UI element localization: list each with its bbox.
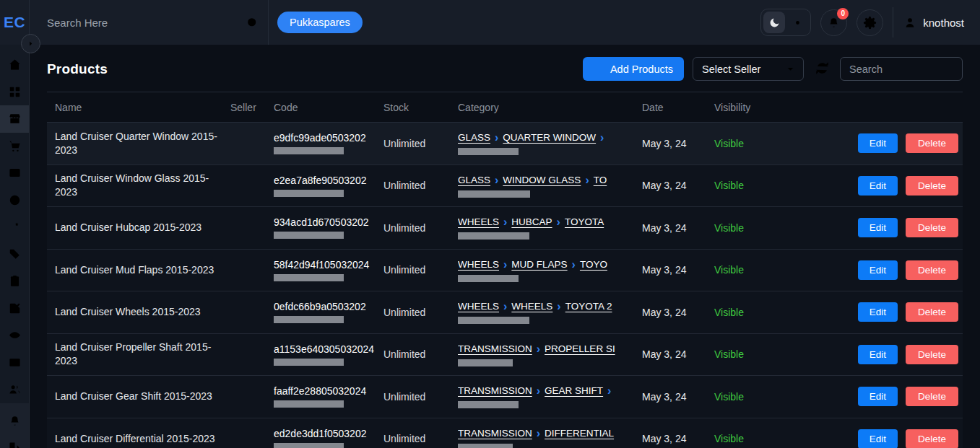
edit-button[interactable]: Edit xyxy=(858,429,898,448)
category-link[interactable]: DIFFERENTIAL xyxy=(545,428,614,439)
edit-button[interactable]: Edit xyxy=(858,133,898,153)
category-link[interactable]: TRANSMISSION xyxy=(458,343,532,354)
sidebar-item-store[interactable] xyxy=(0,105,29,133)
product-code: a1153e640305032024 xyxy=(274,343,383,355)
sidebar-item-wand[interactable] xyxy=(0,214,29,241)
category-link[interactable]: WHEELS xyxy=(458,301,499,312)
sidebar-item-mail[interactable] xyxy=(0,349,29,377)
edit-button[interactable]: Edit xyxy=(858,387,898,406)
delete-button[interactable]: Delete xyxy=(906,387,958,406)
topbar: EC Pukkaspares 0 knothost xyxy=(0,0,980,45)
product-category-cell: TRANSMISSION›DIFFERENTIAL xyxy=(458,427,642,448)
store-name-button[interactable]: Pukkaspares xyxy=(277,12,363,33)
category-link[interactable]: WHEELS xyxy=(458,259,499,270)
eye-icon xyxy=(8,328,22,342)
category-link[interactable]: TOYOTA 2 xyxy=(565,301,612,312)
wand-icon xyxy=(8,220,22,234)
code-skeleton-bar xyxy=(274,359,344,366)
category-link[interactable]: PROPELLER SI xyxy=(545,343,615,354)
edit-button[interactable]: Edit xyxy=(858,302,898,322)
category-link[interactable]: TOYO xyxy=(580,259,607,270)
product-stock: Unlimited xyxy=(383,180,458,191)
product-category-cell: TRANSMISSION›GEAR SHIFT› xyxy=(458,385,642,408)
category-link[interactable]: GEAR SHIFT xyxy=(545,385,603,396)
sidebar-item-compose[interactable] xyxy=(0,295,29,322)
notifications-button[interactable]: 0 xyxy=(820,9,847,36)
divider xyxy=(893,7,893,38)
chevron-right-icon: › xyxy=(503,216,507,228)
visibility-status: Visible xyxy=(714,222,786,234)
add-products-button[interactable]: Add Products xyxy=(583,57,684,81)
category-link[interactable]: WINDOW GLASS xyxy=(503,175,581,185)
edit-button[interactable]: Edit xyxy=(858,176,898,196)
sidebar-item-home[interactable] xyxy=(0,51,29,79)
table-row: Land Cruiser Mud Flaps 2015-202358f42d94… xyxy=(47,250,963,292)
sidebar-expand-button[interactable] xyxy=(21,34,40,53)
product-code-cell: e9dfc99ade0503202 xyxy=(274,132,383,154)
logout-icon xyxy=(8,441,22,448)
apps-icon xyxy=(8,85,22,99)
sidebar-item-users[interactable] xyxy=(0,376,29,403)
product-name: Land Cruiser Mud Flaps 2015-2023 xyxy=(55,263,230,277)
table-search-input[interactable] xyxy=(840,57,963,81)
category-skeleton-bar xyxy=(458,232,529,240)
sidebar-item-logout[interactable] xyxy=(0,434,29,448)
delete-button[interactable]: Delete xyxy=(906,133,958,153)
sidebar-item-tag[interactable] xyxy=(0,241,29,268)
sidebar-item-bell[interactable] xyxy=(0,408,29,435)
delete-button[interactable]: Delete xyxy=(906,176,958,196)
refresh-button[interactable] xyxy=(812,60,831,79)
category-link[interactable]: TO xyxy=(594,175,607,185)
product-name: Land Cruiser Quarter Window 2015-2023 xyxy=(55,130,230,157)
sidebar-item-cancel[interactable] xyxy=(0,187,29,214)
user-menu[interactable]: knothost xyxy=(903,15,964,30)
seller-select[interactable]: Select Seller xyxy=(693,57,804,81)
category-skeleton-bar xyxy=(458,190,530,198)
sidebar-item-return[interactable] xyxy=(0,159,29,187)
column-header: Date xyxy=(642,102,714,113)
settings-button[interactable] xyxy=(857,9,883,36)
category-link[interactable]: WHEELS xyxy=(458,216,499,227)
delete-button[interactable]: Delete xyxy=(906,302,958,322)
delete-button[interactable]: Delete xyxy=(906,345,958,364)
light-mode-button[interactable] xyxy=(786,12,808,33)
product-code-cell: faaff2e28805032024 xyxy=(274,385,383,408)
category-breadcrumb: GLASS›WINDOW GLASS›TO xyxy=(458,174,635,187)
column-header: Name xyxy=(55,102,230,113)
category-link[interactable]: QUARTER WINDOW xyxy=(503,132,596,143)
sidebar-item-apps[interactable] xyxy=(0,79,29,106)
category-link[interactable]: WHEELS xyxy=(511,301,552,312)
cancel-icon xyxy=(8,193,22,207)
delete-button[interactable]: Delete xyxy=(906,260,958,280)
search-icon[interactable] xyxy=(246,16,259,30)
chevron-right-icon: › xyxy=(557,300,560,312)
product-date: May 3, 24 xyxy=(642,433,714,444)
category-link[interactable]: HUBCAP xyxy=(511,216,552,227)
table-row: Land Cruiser Quarter Window 2015-2023e9d… xyxy=(47,123,963,165)
category-link[interactable]: MUD FLAPS xyxy=(511,259,567,270)
sidebar-item-cart[interactable] xyxy=(0,133,29,160)
category-link[interactable]: TRANSMISSION xyxy=(458,385,532,396)
sidebar-item-eye[interactable] xyxy=(0,322,29,349)
products-table: NameSellerCodeStockCategoryDateVisibilit… xyxy=(47,92,963,448)
sidebar-item-clipboard[interactable] xyxy=(0,268,29,295)
category-link[interactable]: GLASS xyxy=(458,175,490,185)
global-search xyxy=(30,16,268,30)
refresh-icon xyxy=(815,61,830,76)
delete-button[interactable]: Delete xyxy=(906,218,958,237)
category-link[interactable]: TRANSMISSION xyxy=(458,428,532,439)
notification-badge: 0 xyxy=(837,8,849,19)
chevron-right-icon: › xyxy=(503,300,507,312)
edit-button[interactable]: Edit xyxy=(858,345,898,364)
category-link[interactable]: TOYOTA xyxy=(565,216,604,227)
table-row: Land Cruiser Differential 2015-2023ed2de… xyxy=(47,418,963,448)
delete-button[interactable]: Delete xyxy=(906,429,958,448)
global-search-input[interactable] xyxy=(47,17,237,29)
column-header: Code xyxy=(274,102,383,113)
user-icon xyxy=(903,15,917,30)
dark-mode-button[interactable] xyxy=(763,12,785,33)
edit-button[interactable]: Edit xyxy=(858,260,898,280)
visibility-status: Visible xyxy=(714,138,786,149)
category-link[interactable]: GLASS xyxy=(458,132,490,143)
edit-button[interactable]: Edit xyxy=(858,218,898,237)
